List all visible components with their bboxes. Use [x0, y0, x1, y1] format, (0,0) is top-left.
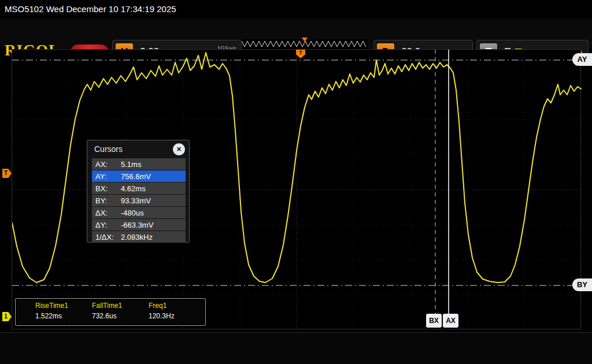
- cursor-by-tab[interactable]: BY: [572, 278, 592, 291]
- cursor-ay-tab[interactable]: AY: [572, 53, 592, 66]
- header-bar: RIGOL STOP H 2.00ms 1GSa/s 20Mpts Measur…: [0, 18, 592, 49]
- measurement-risetime: RiseTime1 1.522ms: [35, 299, 92, 325]
- channel1-position-marker-icon[interactable]: 1: [2, 312, 12, 321]
- waveform-overview[interactable]: [242, 39, 368, 49]
- cursor-row-by[interactable]: BY: 93.33mV: [92, 195, 186, 206]
- overview-trigger-position-icon[interactable]: [302, 38, 308, 42]
- cursor-ax-tag[interactable]: AX: [443, 314, 458, 328]
- cursor-row-ax[interactable]: AX: 5.1ms: [92, 158, 186, 170]
- close-icon[interactable]: ✕: [173, 143, 185, 155]
- window-title: MSO5102 Wed December 10 17:34:19 2025: [0, 0, 592, 18]
- cursor-row-ay-selected[interactable]: AY: 756.6mV: [92, 170, 186, 182]
- cursor-row-dx[interactable]: ΔX: -480us: [92, 207, 186, 218]
- cursors-panel-title: Cursors: [94, 144, 123, 154]
- cursors-rows: AX: 5.1ms AY: 756.6mV BX: 4.62ms BY: 93.…: [92, 158, 186, 243]
- cursor-bx-tag[interactable]: BX: [426, 314, 442, 328]
- cursor-row-bx[interactable]: BX: 4.62ms: [92, 183, 186, 194]
- cursors-panel: Cursors ✕ AX: 5.1ms AY: 756.6mV BX: 4.62…: [87, 140, 190, 243]
- cursor-row-dy[interactable]: ΔY: -663.3mV: [92, 219, 186, 231]
- measurements-panel: RiseTime1 1.522ms FallTime1 732.6us Freq…: [15, 298, 206, 326]
- cursor-row-inv-dx[interactable]: 1/ΔX: 2.083kHz: [92, 231, 186, 243]
- measurement-falltime: FallTime1 732.6us: [92, 299, 149, 325]
- measurement-freq: Freq1 120.3Hz: [149, 299, 205, 325]
- bottom-status-bar: 1 100mV -372mV 2 100mV 0.00V L 0 1 2 3 4…: [0, 332, 592, 364]
- trigger-level-marker-icon[interactable]: T: [2, 169, 12, 178]
